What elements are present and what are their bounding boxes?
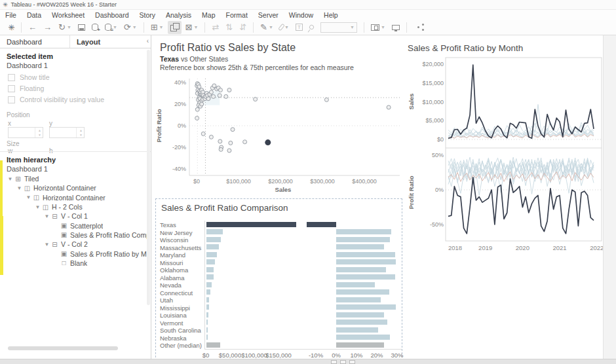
new-worksheet-button[interactable]: ⊞▼ [148, 21, 166, 34]
hierarchy-item-blank[interactable]: □Blank [0, 259, 151, 268]
table-row-wisconsin[interactable]: Wisconsin [156, 236, 402, 244]
table-row-missouri[interactable]: Missouri [156, 259, 402, 266]
tab-dashboard[interactable]: Dashboard [0, 35, 70, 48]
table-row-alabama[interactable]: Alabama [156, 274, 402, 282]
state-point[interactable] [324, 98, 328, 101]
table-row-new-jersey[interactable]: New Jersey [156, 228, 402, 236]
profit-ratio-bar[interactable] [336, 342, 384, 348]
menu-data[interactable]: Data [22, 11, 47, 19]
panel-horizontal-scrollbar[interactable] [8, 346, 118, 350]
menu-format[interactable]: Format [221, 11, 253, 19]
save-button[interactable] [75, 21, 88, 34]
item-hierarchy-root[interactable]: Dashboard 1 [7, 165, 48, 173]
sales-bar[interactable] [206, 342, 220, 348]
state-point[interactable] [218, 88, 222, 92]
table-row-massachusetts[interactable]: Massachusetts [156, 244, 402, 251]
attach-button[interactable]: ▼ [277, 21, 292, 34]
undo-button[interactable]: ← [26, 21, 39, 34]
texas-point[interactable] [265, 139, 271, 145]
chevron-down-icon[interactable]: ▼ [7, 176, 14, 182]
profit-ratio-bar[interactable] [336, 327, 378, 333]
tableau-logo-icon[interactable]: ✳ [5, 21, 17, 34]
checkbox-box[interactable] [8, 85, 15, 92]
menu-map[interactable]: Map [197, 11, 220, 19]
state-point[interactable] [219, 147, 223, 151]
comparison-chart-zone[interactable]: Sales & Profit Ratio Comparison TexasNew… [155, 198, 402, 364]
profit-ratio-bar[interactable] [336, 237, 390, 242]
menu-file[interactable]: File [0, 11, 22, 19]
checkbox-show-title[interactable]: Show title [8, 73, 50, 81]
profit-ratio-bar[interactable] [336, 297, 381, 302]
chevron-down-icon[interactable]: ▼ [25, 194, 32, 200]
scatterplot[interactable]: 40%20%0%-20%-40%$0$100,000$200,000$300,0… [155, 71, 402, 195]
table-row-louisiana[interactable]: Louisiana [156, 311, 402, 319]
state-point[interactable] [387, 105, 391, 109]
sales-bar[interactable] [206, 327, 208, 333]
hierarchy-item-scatterplot[interactable]: ▣Scatterplot [0, 221, 151, 230]
duplicate-button[interactable] [168, 21, 182, 34]
table-row-vermont[interactable]: Vermont [156, 319, 402, 327]
new-dashboard-tab-icon[interactable] [340, 360, 346, 364]
hierarchy-item-tiled[interactable]: ▼⊞Tiled [0, 174, 151, 183]
text-label-button[interactable]: T [293, 21, 305, 34]
profit-ratio-bar[interactable] [336, 274, 395, 280]
hierarchy-item-h-2-cols[interactable]: ▼◫H - 2 Cols [0, 202, 151, 211]
fit-selector[interactable]: ▼ [318, 21, 360, 34]
state-point[interactable] [201, 132, 205, 136]
table-row-utah[interactable]: Utah [156, 296, 402, 304]
state-point[interactable] [212, 94, 216, 98]
table-row-nebraska[interactable]: Nebraska [156, 334, 402, 342]
sales-bar[interactable] [206, 335, 208, 340]
replay-button[interactable]: ↻▼ [56, 21, 74, 34]
swap-button[interactable]: ⇄ [209, 21, 221, 34]
profit-ratio-bar[interactable] [336, 289, 389, 295]
table-row-nevada[interactable]: Nevada [156, 281, 402, 289]
chevron-down-icon[interactable]: ▼ [43, 242, 50, 247]
table-row-south-carolina[interactable]: South Carolina [156, 326, 402, 334]
profit-ratio-bar[interactable] [336, 304, 396, 310]
chevron-down-icon[interactable]: ▼ [16, 185, 23, 191]
menu-help[interactable]: Help [318, 11, 343, 19]
state-point[interactable] [195, 107, 199, 111]
state-point[interactable] [195, 116, 199, 120]
state-point[interactable] [200, 102, 204, 106]
table-row-texas[interactable]: Texas [156, 221, 402, 228]
menu-server[interactable]: Server [253, 11, 284, 19]
profit-ratio-bar[interactable] [336, 312, 384, 318]
profit-ratio-bar[interactable] [336, 259, 396, 264]
hierarchy-item-sales-profit-ratio-comp[interactable]: ▣Sales & Profit Ratio Comp [0, 230, 151, 240]
sales-bar[interactable] [206, 259, 215, 264]
highlight-button[interactable]: ✎▼ [258, 21, 276, 34]
sales-bar[interactable] [206, 282, 212, 287]
sales-bar[interactable] [206, 252, 217, 257]
panel-vertical-scrollbar[interactable] [147, 50, 150, 305]
menu-dashboard[interactable]: Dashboard [90, 11, 134, 19]
profit-ratio-bar[interactable] [336, 319, 387, 325]
profit-ratio-bar[interactable] [336, 229, 391, 234]
pin-button[interactable] [307, 21, 317, 34]
sort-descending-button[interactable]: ⇵ [237, 21, 249, 34]
menu-window[interactable]: Window [284, 11, 318, 19]
state-point[interactable] [218, 94, 221, 98]
state-point[interactable] [231, 128, 235, 132]
sales-bar[interactable] [206, 229, 223, 234]
sales-bar[interactable] [206, 267, 214, 272]
menu-worksheet[interactable]: Worksheet [47, 11, 90, 19]
chevron-down-icon[interactable]: ▼ [34, 204, 41, 210]
table-row-oklahoma[interactable]: Oklahoma [156, 266, 402, 274]
sales-bar[interactable] [206, 274, 214, 280]
state-point[interactable] [254, 98, 258, 101]
sales-bar[interactable] [206, 312, 208, 318]
hierarchy-item-v-col-2[interactable]: ▼⊟V - Col 2 [0, 240, 151, 249]
checkbox-box[interactable] [8, 96, 15, 103]
profit-ratio-bar[interactable] [336, 244, 384, 249]
hierarchy-item-sales-profit-ratio-by-m-[interactable]: ▣Sales & Profit Ratio by M. [0, 249, 151, 258]
hierarchy-item-horizontal-container[interactable]: ▼◫Horizontal Container [0, 183, 151, 192]
hierarchy-item-v-col-1[interactable]: ▼⊟V - Col 1 [0, 211, 151, 221]
sales-bar[interactable] [206, 289, 210, 295]
profit-ratio-bar[interactable] [336, 252, 395, 257]
sort-ascending-button[interactable]: ⇅ [223, 21, 235, 34]
profit-ratio-bar[interactable] [336, 267, 386, 272]
table-row-mississippi[interactable]: Mississippi [156, 304, 402, 312]
state-point[interactable] [227, 88, 231, 92]
